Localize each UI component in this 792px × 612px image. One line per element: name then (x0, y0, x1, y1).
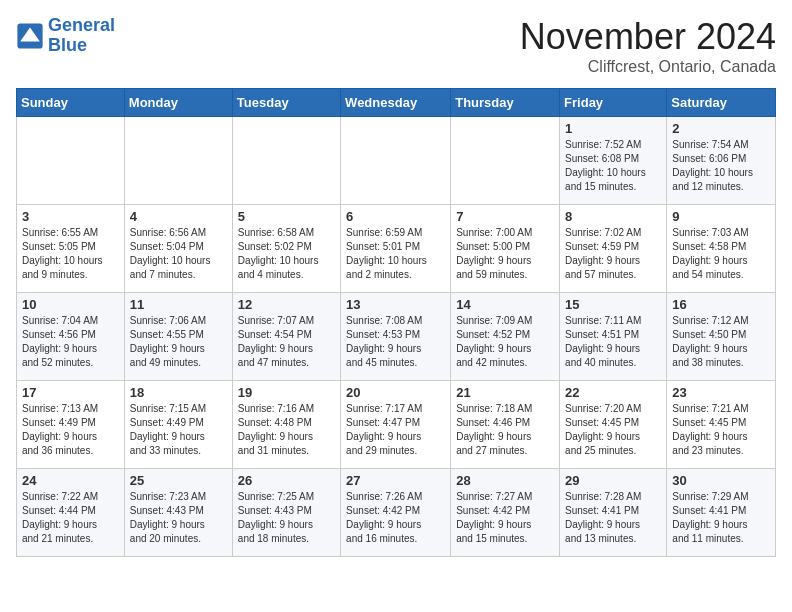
day-info: Sunrise: 7:12 AM Sunset: 4:50 PM Dayligh… (672, 314, 770, 370)
calendar-cell: 30Sunrise: 7:29 AM Sunset: 4:41 PM Dayli… (667, 469, 776, 557)
day-number: 24 (22, 473, 119, 488)
calendar-cell: 3Sunrise: 6:55 AM Sunset: 5:05 PM Daylig… (17, 205, 125, 293)
weekday-header: Wednesday (341, 89, 451, 117)
day-info: Sunrise: 7:27 AM Sunset: 4:42 PM Dayligh… (456, 490, 554, 546)
day-number: 5 (238, 209, 335, 224)
calendar-cell: 16Sunrise: 7:12 AM Sunset: 4:50 PM Dayli… (667, 293, 776, 381)
weekday-header: Monday (124, 89, 232, 117)
calendar-week-row: 10Sunrise: 7:04 AM Sunset: 4:56 PM Dayli… (17, 293, 776, 381)
day-number: 16 (672, 297, 770, 312)
day-info: Sunrise: 7:06 AM Sunset: 4:55 PM Dayligh… (130, 314, 227, 370)
calendar-cell: 8Sunrise: 7:02 AM Sunset: 4:59 PM Daylig… (560, 205, 667, 293)
day-info: Sunrise: 6:59 AM Sunset: 5:01 PM Dayligh… (346, 226, 445, 282)
day-number: 1 (565, 121, 661, 136)
day-info: Sunrise: 7:11 AM Sunset: 4:51 PM Dayligh… (565, 314, 661, 370)
day-number: 30 (672, 473, 770, 488)
day-number: 22 (565, 385, 661, 400)
calendar-cell: 11Sunrise: 7:06 AM Sunset: 4:55 PM Dayli… (124, 293, 232, 381)
day-number: 7 (456, 209, 554, 224)
day-number: 28 (456, 473, 554, 488)
day-number: 26 (238, 473, 335, 488)
weekday-header: Friday (560, 89, 667, 117)
day-number: 6 (346, 209, 445, 224)
calendar-cell: 2Sunrise: 7:54 AM Sunset: 6:06 PM Daylig… (667, 117, 776, 205)
calendar-cell: 21Sunrise: 7:18 AM Sunset: 4:46 PM Dayli… (451, 381, 560, 469)
logo-line1: General (48, 15, 115, 35)
day-info: Sunrise: 7:17 AM Sunset: 4:47 PM Dayligh… (346, 402, 445, 458)
calendar-cell: 18Sunrise: 7:15 AM Sunset: 4:49 PM Dayli… (124, 381, 232, 469)
day-number: 19 (238, 385, 335, 400)
calendar-cell: 17Sunrise: 7:13 AM Sunset: 4:49 PM Dayli… (17, 381, 125, 469)
day-number: 20 (346, 385, 445, 400)
day-number: 25 (130, 473, 227, 488)
weekday-header: Thursday (451, 89, 560, 117)
day-number: 9 (672, 209, 770, 224)
day-info: Sunrise: 7:28 AM Sunset: 4:41 PM Dayligh… (565, 490, 661, 546)
day-info: Sunrise: 7:03 AM Sunset: 4:58 PM Dayligh… (672, 226, 770, 282)
day-info: Sunrise: 7:18 AM Sunset: 4:46 PM Dayligh… (456, 402, 554, 458)
calendar-cell: 27Sunrise: 7:26 AM Sunset: 4:42 PM Dayli… (341, 469, 451, 557)
calendar-cell: 25Sunrise: 7:23 AM Sunset: 4:43 PM Dayli… (124, 469, 232, 557)
day-info: Sunrise: 7:04 AM Sunset: 4:56 PM Dayligh… (22, 314, 119, 370)
day-number: 15 (565, 297, 661, 312)
calendar-cell (17, 117, 125, 205)
calendar-cell: 7Sunrise: 7:00 AM Sunset: 5:00 PM Daylig… (451, 205, 560, 293)
day-number: 14 (456, 297, 554, 312)
day-info: Sunrise: 7:13 AM Sunset: 4:49 PM Dayligh… (22, 402, 119, 458)
day-info: Sunrise: 7:07 AM Sunset: 4:54 PM Dayligh… (238, 314, 335, 370)
day-info: Sunrise: 7:15 AM Sunset: 4:49 PM Dayligh… (130, 402, 227, 458)
day-info: Sunrise: 7:22 AM Sunset: 4:44 PM Dayligh… (22, 490, 119, 546)
calendar-table: SundayMondayTuesdayWednesdayThursdayFrid… (16, 88, 776, 557)
day-info: Sunrise: 7:16 AM Sunset: 4:48 PM Dayligh… (238, 402, 335, 458)
day-info: Sunrise: 7:20 AM Sunset: 4:45 PM Dayligh… (565, 402, 661, 458)
day-number: 3 (22, 209, 119, 224)
page-header: General Blue November 2024 Cliffcrest, O… (16, 16, 776, 76)
calendar-cell: 28Sunrise: 7:27 AM Sunset: 4:42 PM Dayli… (451, 469, 560, 557)
calendar-body: 1Sunrise: 7:52 AM Sunset: 6:08 PM Daylig… (17, 117, 776, 557)
calendar-cell: 19Sunrise: 7:16 AM Sunset: 4:48 PM Dayli… (232, 381, 340, 469)
calendar-cell: 1Sunrise: 7:52 AM Sunset: 6:08 PM Daylig… (560, 117, 667, 205)
day-info: Sunrise: 7:02 AM Sunset: 4:59 PM Dayligh… (565, 226, 661, 282)
day-info: Sunrise: 7:52 AM Sunset: 6:08 PM Dayligh… (565, 138, 661, 194)
weekday-header: Sunday (17, 89, 125, 117)
day-info: Sunrise: 7:23 AM Sunset: 4:43 PM Dayligh… (130, 490, 227, 546)
calendar-cell: 26Sunrise: 7:25 AM Sunset: 4:43 PM Dayli… (232, 469, 340, 557)
day-number: 27 (346, 473, 445, 488)
calendar-cell: 20Sunrise: 7:17 AM Sunset: 4:47 PM Dayli… (341, 381, 451, 469)
day-info: Sunrise: 7:25 AM Sunset: 4:43 PM Dayligh… (238, 490, 335, 546)
day-info: Sunrise: 6:56 AM Sunset: 5:04 PM Dayligh… (130, 226, 227, 282)
calendar-week-row: 24Sunrise: 7:22 AM Sunset: 4:44 PM Dayli… (17, 469, 776, 557)
logo-icon (16, 22, 44, 50)
month-title: November 2024 (520, 16, 776, 58)
day-number: 18 (130, 385, 227, 400)
calendar-cell: 12Sunrise: 7:07 AM Sunset: 4:54 PM Dayli… (232, 293, 340, 381)
day-info: Sunrise: 6:55 AM Sunset: 5:05 PM Dayligh… (22, 226, 119, 282)
day-number: 2 (672, 121, 770, 136)
day-number: 29 (565, 473, 661, 488)
logo-text: General Blue (48, 16, 115, 56)
weekday-header: Tuesday (232, 89, 340, 117)
calendar-cell: 13Sunrise: 7:08 AM Sunset: 4:53 PM Dayli… (341, 293, 451, 381)
day-number: 4 (130, 209, 227, 224)
calendar-cell: 10Sunrise: 7:04 AM Sunset: 4:56 PM Dayli… (17, 293, 125, 381)
calendar-cell: 29Sunrise: 7:28 AM Sunset: 4:41 PM Dayli… (560, 469, 667, 557)
logo-line2: Blue (48, 35, 87, 55)
day-info: Sunrise: 7:08 AM Sunset: 4:53 PM Dayligh… (346, 314, 445, 370)
calendar-cell: 14Sunrise: 7:09 AM Sunset: 4:52 PM Dayli… (451, 293, 560, 381)
logo: General Blue (16, 16, 115, 56)
calendar-week-row: 1Sunrise: 7:52 AM Sunset: 6:08 PM Daylig… (17, 117, 776, 205)
day-number: 10 (22, 297, 119, 312)
day-number: 17 (22, 385, 119, 400)
calendar-cell: 4Sunrise: 6:56 AM Sunset: 5:04 PM Daylig… (124, 205, 232, 293)
day-number: 11 (130, 297, 227, 312)
calendar-cell (232, 117, 340, 205)
calendar-cell (124, 117, 232, 205)
day-info: Sunrise: 7:29 AM Sunset: 4:41 PM Dayligh… (672, 490, 770, 546)
weekday-header-row: SundayMondayTuesdayWednesdayThursdayFrid… (17, 89, 776, 117)
day-info: Sunrise: 6:58 AM Sunset: 5:02 PM Dayligh… (238, 226, 335, 282)
day-info: Sunrise: 7:54 AM Sunset: 6:06 PM Dayligh… (672, 138, 770, 194)
day-number: 12 (238, 297, 335, 312)
location-title: Cliffcrest, Ontario, Canada (520, 58, 776, 76)
calendar-cell: 5Sunrise: 6:58 AM Sunset: 5:02 PM Daylig… (232, 205, 340, 293)
calendar-cell: 24Sunrise: 7:22 AM Sunset: 4:44 PM Dayli… (17, 469, 125, 557)
